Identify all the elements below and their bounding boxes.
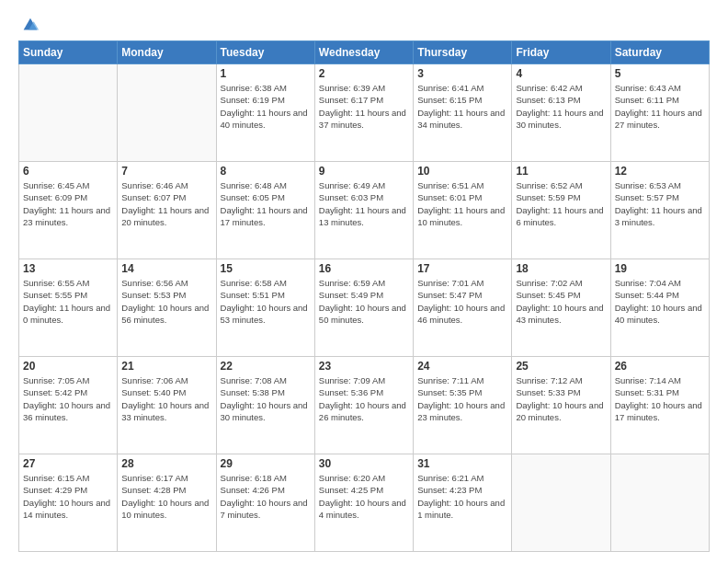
day-number: 21 (121, 360, 211, 373)
calendar: SundayMondayTuesdayWednesdayThursdayFrid… (18, 40, 710, 552)
calendar-cell: 30Sunrise: 6:20 AM Sunset: 4:25 PM Dayli… (314, 454, 413, 552)
day-info: Sunrise: 6:48 AM Sunset: 6:05 PM Dayligh… (221, 179, 311, 228)
calendar-cell: 6Sunrise: 6:45 AM Sunset: 6:09 PM Daylig… (19, 162, 118, 259)
calendar-cell: 1Sunrise: 6:38 AM Sunset: 6:19 PM Daylig… (216, 64, 314, 162)
calendar-cell: 23Sunrise: 7:09 AM Sunset: 5:36 PM Dayli… (314, 357, 413, 454)
calendar-cell (19, 64, 118, 162)
day-info: Sunrise: 6:17 AM Sunset: 4:28 PM Dayligh… (121, 472, 211, 521)
weekday-header-row: SundayMondayTuesdayWednesdayThursdayFrid… (19, 41, 710, 64)
day-info: Sunrise: 6:41 AM Sunset: 6:15 PM Dayligh… (417, 82, 507, 131)
calendar-cell: 2Sunrise: 6:39 AM Sunset: 6:17 PM Daylig… (314, 64, 413, 162)
day-info: Sunrise: 6:15 AM Sunset: 4:29 PM Dayligh… (23, 472, 113, 521)
calendar-cell: 15Sunrise: 6:58 AM Sunset: 5:51 PM Dayli… (216, 259, 314, 357)
day-number: 26 (615, 360, 705, 373)
calendar-cell: 7Sunrise: 6:46 AM Sunset: 6:07 PM Daylig… (118, 162, 216, 259)
calendar-cell: 27Sunrise: 6:15 AM Sunset: 4:29 PM Dayli… (19, 454, 118, 552)
day-number: 6 (23, 165, 113, 178)
day-info: Sunrise: 7:08 AM Sunset: 5:38 PM Dayligh… (221, 374, 311, 423)
calendar-cell: 14Sunrise: 6:56 AM Sunset: 5:53 PM Dayli… (118, 259, 216, 357)
calendar-cell: 3Sunrise: 6:41 AM Sunset: 6:15 PM Daylig… (414, 64, 512, 162)
weekday-header-saturday: Saturday (610, 41, 709, 64)
day-info: Sunrise: 6:53 AM Sunset: 5:57 PM Dayligh… (615, 179, 705, 228)
week-row-5: 27Sunrise: 6:15 AM Sunset: 4:29 PM Dayli… (19, 454, 710, 552)
calendar-cell: 11Sunrise: 6:52 AM Sunset: 5:59 PM Dayli… (512, 162, 610, 259)
weekday-header-tuesday: Tuesday (216, 41, 314, 64)
day-number: 3 (417, 67, 507, 80)
day-info: Sunrise: 6:42 AM Sunset: 6:13 PM Dayligh… (516, 82, 606, 131)
day-info: Sunrise: 7:11 AM Sunset: 5:35 PM Dayligh… (417, 374, 507, 423)
weekday-header-sunday: Sunday (19, 41, 118, 64)
day-number: 13 (23, 262, 113, 275)
day-number: 22 (221, 360, 311, 373)
logo (18, 15, 40, 31)
calendar-cell: 26Sunrise: 7:14 AM Sunset: 5:31 PM Dayli… (610, 357, 709, 454)
day-number: 7 (121, 165, 211, 178)
day-info: Sunrise: 7:06 AM Sunset: 5:40 PM Dayligh… (121, 374, 211, 423)
calendar-cell: 20Sunrise: 7:05 AM Sunset: 5:42 PM Dayli… (19, 357, 118, 454)
day-number: 10 (417, 165, 507, 178)
day-info: Sunrise: 7:14 AM Sunset: 5:31 PM Dayligh… (615, 374, 705, 423)
day-info: Sunrise: 6:58 AM Sunset: 5:51 PM Dayligh… (221, 277, 311, 326)
header (18, 15, 710, 31)
logo-icon (20, 15, 40, 35)
day-info: Sunrise: 6:43 AM Sunset: 6:11 PM Dayligh… (615, 82, 705, 131)
day-number: 12 (615, 165, 705, 178)
calendar-cell: 13Sunrise: 6:55 AM Sunset: 5:55 PM Dayli… (19, 259, 118, 357)
calendar-cell (118, 64, 216, 162)
calendar-cell: 21Sunrise: 7:06 AM Sunset: 5:40 PM Dayli… (118, 357, 216, 454)
day-number: 15 (221, 262, 311, 275)
calendar-cell: 10Sunrise: 6:51 AM Sunset: 6:01 PM Dayli… (414, 162, 512, 259)
day-info: Sunrise: 6:18 AM Sunset: 4:26 PM Dayligh… (221, 472, 311, 521)
day-info: Sunrise: 6:55 AM Sunset: 5:55 PM Dayligh… (23, 277, 113, 326)
week-row-3: 13Sunrise: 6:55 AM Sunset: 5:55 PM Dayli… (19, 259, 710, 357)
day-number: 16 (319, 262, 409, 275)
day-number: 1 (221, 67, 311, 80)
day-info: Sunrise: 6:38 AM Sunset: 6:19 PM Dayligh… (221, 82, 311, 131)
day-number: 18 (516, 262, 606, 275)
day-number: 17 (417, 262, 507, 275)
day-number: 19 (615, 262, 705, 275)
calendar-cell: 31Sunrise: 6:21 AM Sunset: 4:23 PM Dayli… (414, 454, 512, 552)
calendar-cell: 12Sunrise: 6:53 AM Sunset: 5:57 PM Dayli… (610, 162, 709, 259)
day-number: 11 (516, 165, 606, 178)
day-number: 29 (221, 457, 311, 470)
calendar-cell: 17Sunrise: 7:01 AM Sunset: 5:47 PM Dayli… (414, 259, 512, 357)
weekday-header-friday: Friday (512, 41, 610, 64)
day-number: 9 (319, 165, 409, 178)
day-number: 4 (516, 67, 606, 80)
day-info: Sunrise: 7:05 AM Sunset: 5:42 PM Dayligh… (23, 374, 113, 423)
day-number: 8 (221, 165, 311, 178)
weekday-header-thursday: Thursday (414, 41, 512, 64)
calendar-cell: 29Sunrise: 6:18 AM Sunset: 4:26 PM Dayli… (216, 454, 314, 552)
calendar-cell: 16Sunrise: 6:59 AM Sunset: 5:49 PM Dayli… (314, 259, 413, 357)
calendar-cell: 5Sunrise: 6:43 AM Sunset: 6:11 PM Daylig… (610, 64, 709, 162)
day-number: 2 (319, 67, 409, 80)
day-info: Sunrise: 6:45 AM Sunset: 6:09 PM Dayligh… (23, 179, 113, 228)
day-info: Sunrise: 6:21 AM Sunset: 4:23 PM Dayligh… (417, 472, 507, 521)
day-number: 20 (23, 360, 113, 373)
weekday-header-monday: Monday (118, 41, 216, 64)
calendar-cell: 22Sunrise: 7:08 AM Sunset: 5:38 PM Dayli… (216, 357, 314, 454)
day-info: Sunrise: 7:04 AM Sunset: 5:44 PM Dayligh… (615, 277, 705, 326)
calendar-cell: 19Sunrise: 7:04 AM Sunset: 5:44 PM Dayli… (610, 259, 709, 357)
day-info: Sunrise: 6:46 AM Sunset: 6:07 PM Dayligh… (121, 179, 211, 228)
day-info: Sunrise: 6:51 AM Sunset: 6:01 PM Dayligh… (417, 179, 507, 228)
day-number: 5 (615, 67, 705, 80)
day-number: 24 (417, 360, 507, 373)
week-row-4: 20Sunrise: 7:05 AM Sunset: 5:42 PM Dayli… (19, 357, 710, 454)
calendar-cell: 28Sunrise: 6:17 AM Sunset: 4:28 PM Dayli… (118, 454, 216, 552)
day-info: Sunrise: 6:56 AM Sunset: 5:53 PM Dayligh… (121, 277, 211, 326)
day-info: Sunrise: 7:09 AM Sunset: 5:36 PM Dayligh… (319, 374, 409, 423)
day-info: Sunrise: 7:02 AM Sunset: 5:45 PM Dayligh… (516, 277, 606, 326)
week-row-1: 1Sunrise: 6:38 AM Sunset: 6:19 PM Daylig… (19, 64, 710, 162)
calendar-cell: 8Sunrise: 6:48 AM Sunset: 6:05 PM Daylig… (216, 162, 314, 259)
calendar-cell: 24Sunrise: 7:11 AM Sunset: 5:35 PM Dayli… (414, 357, 512, 454)
day-number: 30 (319, 457, 409, 470)
day-info: Sunrise: 6:49 AM Sunset: 6:03 PM Dayligh… (319, 179, 409, 228)
day-info: Sunrise: 6:20 AM Sunset: 4:25 PM Dayligh… (319, 472, 409, 521)
calendar-cell: 9Sunrise: 6:49 AM Sunset: 6:03 PM Daylig… (314, 162, 413, 259)
calendar-cell: 25Sunrise: 7:12 AM Sunset: 5:33 PM Dayli… (512, 357, 610, 454)
calendar-cell (512, 454, 610, 552)
day-info: Sunrise: 6:39 AM Sunset: 6:17 PM Dayligh… (319, 82, 409, 131)
day-number: 23 (319, 360, 409, 373)
